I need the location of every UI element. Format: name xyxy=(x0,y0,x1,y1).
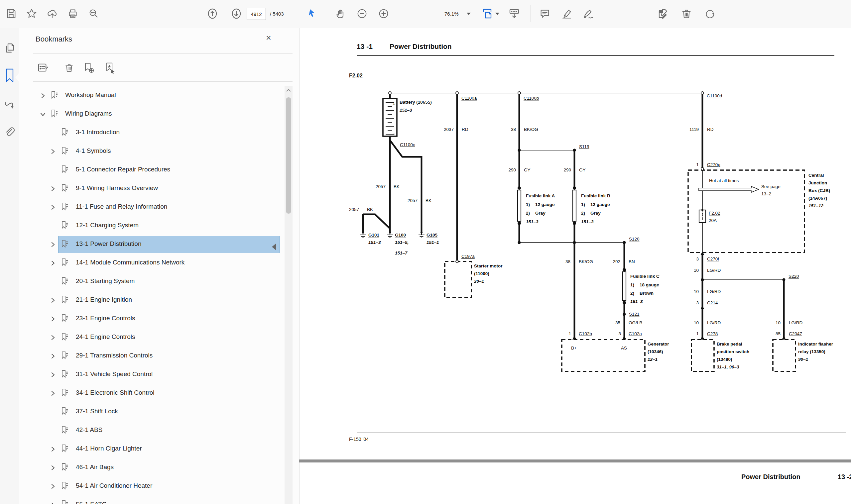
star-button[interactable] xyxy=(24,6,39,21)
sign-button[interactable] xyxy=(580,6,596,21)
bookmark-item[interactable]: 12-1 Charging System xyxy=(19,216,283,235)
bookmark-chevron-collapsed[interactable] xyxy=(50,465,56,471)
bookmark-chevron-collapsed[interactable] xyxy=(50,446,56,452)
bookmark-chevron-collapsed[interactable] xyxy=(50,316,56,322)
collapse-panel-button[interactable] xyxy=(272,244,276,250)
diagram-label: C2047 xyxy=(789,331,802,336)
bookmark-item[interactable]: 9-1 Wiring Harness Overview xyxy=(19,179,283,198)
bookmark-label: Workshop Manual xyxy=(65,91,116,99)
zoom-level-value[interactable]: 76.1% xyxy=(444,11,459,17)
diagram-label: C214 xyxy=(707,300,718,305)
bookmark-page-icon xyxy=(51,109,58,119)
bookmark-chevron-collapsed[interactable] xyxy=(50,204,56,210)
zoom-dropdown-caret[interactable] xyxy=(467,13,471,15)
bookmark-chevron-collapsed[interactable] xyxy=(50,502,56,504)
scroll-mode-button[interactable] xyxy=(507,6,522,21)
diagram-label: 151–3 xyxy=(630,299,643,304)
bookmark-chevron-collapsed[interactable] xyxy=(50,483,56,489)
diagram-label: position switch xyxy=(717,349,749,354)
bookmark-item[interactable]: 21-1 Engine Ignition xyxy=(19,291,283,309)
bookmark-item[interactable]: 54-1 Air Conditioner Heater xyxy=(19,477,283,496)
bookmark-chevron-collapsed[interactable] xyxy=(50,298,56,303)
edit-page-button[interactable] xyxy=(656,6,671,21)
save-button[interactable] xyxy=(3,6,19,21)
bookmark-chevron-expanded[interactable] xyxy=(40,111,46,117)
bookmark-item[interactable]: Workshop Manual xyxy=(19,86,283,105)
close-panel-button[interactable]: × xyxy=(262,31,276,45)
add-bookmark-button[interactable] xyxy=(80,60,97,75)
bookmark-chevron-collapsed[interactable] xyxy=(50,353,56,359)
fit-page-caret[interactable] xyxy=(495,13,499,15)
diagram-label: Box (CJB) xyxy=(809,188,830,193)
panel-divider xyxy=(33,53,292,54)
bookmark-item[interactable]: 37-1 Shift Lock xyxy=(19,402,283,421)
rotate-button[interactable] xyxy=(702,6,717,21)
diagram-label: 2) xyxy=(526,211,530,216)
bookmark-page-icon xyxy=(61,258,69,267)
bookmark-item[interactable]: 29-1 Transmission Controls xyxy=(19,346,283,365)
rail-bookmarks-button[interactable] xyxy=(3,68,16,83)
bookmark-chevron-collapsed[interactable] xyxy=(50,335,56,341)
bookmark-item[interactable]: 31-1 Vehicle Speed Control xyxy=(19,365,283,384)
bookmark-chevron-collapsed[interactable] xyxy=(50,260,56,266)
bookmark-chevron-collapsed[interactable] xyxy=(50,241,56,248)
bookmark-page-icon xyxy=(61,332,69,342)
bookmark-item[interactable]: 34-1 Electronic Shift Control xyxy=(19,384,283,402)
bookmark-options-button[interactable] xyxy=(34,60,53,75)
save-icon xyxy=(5,8,17,19)
bookmark-item[interactable]: 3-1 Introduction xyxy=(19,123,283,142)
share-upload-button[interactable] xyxy=(45,6,60,21)
page-total-label: / 5403 xyxy=(270,11,284,17)
zoom-in-button[interactable] xyxy=(376,6,391,21)
diagram-label: GY xyxy=(579,167,586,173)
diagram-label: 290 xyxy=(564,167,571,173)
bookmark-page-icon xyxy=(61,165,69,175)
diagram-label: 10 xyxy=(694,268,699,273)
hand-tool-icon xyxy=(334,8,346,19)
figure-id: F2.02 xyxy=(349,73,363,79)
bookmark-chevron-collapsed[interactable] xyxy=(40,93,46,99)
page-up-button[interactable] xyxy=(205,6,220,21)
bookmark-chevron-collapsed[interactable] xyxy=(50,390,56,396)
delete-page-button[interactable] xyxy=(679,6,694,21)
rail-destinations-button[interactable] xyxy=(3,99,16,113)
bookmark-label: 4-1 Symbols xyxy=(76,147,111,155)
select-tool-button[interactable] xyxy=(304,6,320,21)
bookmark-item[interactable]: 14-1 Module Communications Network xyxy=(19,253,283,272)
bookmark-item[interactable]: 46-1 Air Bags xyxy=(19,458,283,477)
search-button[interactable] xyxy=(86,6,101,21)
bookmark-item[interactable]: 44-1 Horn Cigar Lighter xyxy=(19,439,283,458)
bookmark-chevron-collapsed[interactable] xyxy=(50,148,56,155)
bookmark-page-icon xyxy=(61,500,69,504)
bookmark-item[interactable]: 42-1 ABS xyxy=(19,421,283,439)
bookmark-item[interactable]: 24-1 Engine Controls xyxy=(19,328,283,346)
page1-section-number: 13 -1 xyxy=(357,42,373,51)
highlight-button[interactable] xyxy=(559,6,574,21)
fit-page-button[interactable] xyxy=(480,6,495,21)
bookmark-item[interactable]: 55-1 EATC xyxy=(19,496,283,504)
bookmark-item[interactable]: 5-1 Connector Repair Procedures xyxy=(19,160,283,179)
bookmark-chevron-collapsed[interactable] xyxy=(50,186,56,192)
bookmark-chevron-collapsed[interactable] xyxy=(50,372,56,378)
diagram-label: 3 xyxy=(696,300,699,305)
print-button[interactable] xyxy=(65,6,81,21)
bookmark-item[interactable]: 23-1 Engine Controls xyxy=(19,309,283,328)
rail-attachments-button[interactable] xyxy=(3,125,16,140)
diagram-label: C270p xyxy=(707,162,720,167)
diagram-label: Fusible link B xyxy=(581,193,610,198)
bookmark-item[interactable]: 20-1 Starting System xyxy=(19,272,283,291)
page-number-input[interactable] xyxy=(247,8,266,20)
page-down-button[interactable] xyxy=(229,6,244,21)
hand-tool-button[interactable] xyxy=(333,6,348,21)
goto-bookmark-button[interactable] xyxy=(101,60,119,75)
delete-bookmark-button[interactable] xyxy=(61,60,77,75)
rail-page-thumbnails-button[interactable] xyxy=(3,41,16,56)
bookmark-item[interactable]: 13-1 Power Distribution xyxy=(19,235,283,253)
bookmark-item[interactable]: 4-1 Symbols xyxy=(19,142,283,160)
scrollbar-up-button[interactable] xyxy=(285,87,292,94)
bookmark-item[interactable]: Wiring Diagrams xyxy=(19,105,283,123)
bookmark-item[interactable]: 11-1 Fuse and Relay Information xyxy=(19,198,283,216)
comment-button[interactable] xyxy=(537,6,552,21)
zoom-out-button[interactable] xyxy=(354,6,370,21)
sidebar-scrollbar-thumb[interactable] xyxy=(286,97,291,214)
